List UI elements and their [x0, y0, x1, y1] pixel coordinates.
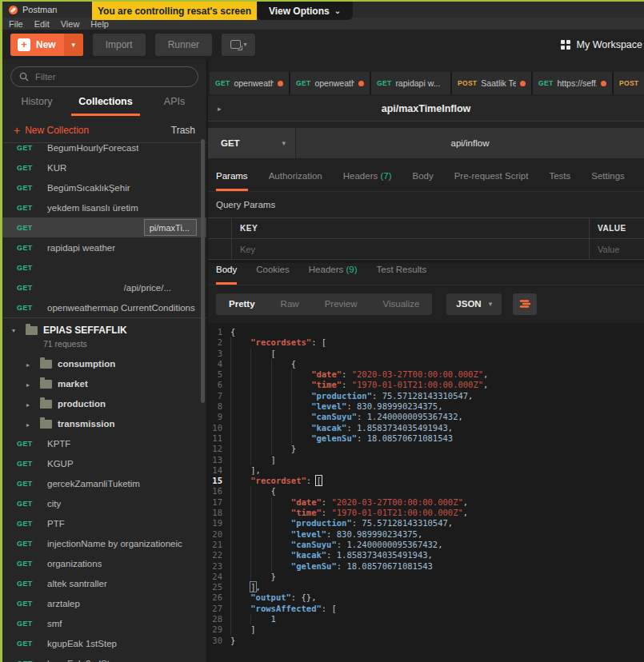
sidebar-scrollbar[interactable] — [201, 139, 205, 403]
code-token: : — [322, 508, 332, 517]
sidebar-request[interactable]: GETyekdem lisanslı üretim — [2, 197, 206, 217]
sidebar-request[interactable]: GET/api/price/... — [2, 277, 206, 297]
view-mode-visualize[interactable]: Visualize — [370, 299, 433, 309]
line-number: 2 — [208, 337, 230, 348]
request-tab[interactable]: GETrapidapi w... — [371, 72, 450, 94]
caret-right-icon[interactable]: ▸ — [26, 401, 34, 409]
sidebar-request[interactable]: GETrapidapi weather — [2, 237, 206, 257]
sidebar-request[interactable]: GETpi/maxTi... — [2, 217, 206, 237]
sidebar-folder[interactable]: ▸consumption — [2, 353, 206, 373]
sidebar-folder[interactable]: ▸production — [2, 393, 206, 413]
new-button[interactable]: + New ▾ — [10, 34, 83, 56]
new-window-button[interactable]: ▾ — [222, 34, 255, 56]
line-number: 20 — [208, 529, 230, 540]
value-cell[interactable]: Value — [590, 239, 644, 260]
menu-item-help[interactable]: Help — [90, 19, 109, 29]
tab-params[interactable]: Params — [216, 171, 248, 191]
response-tab-test-results[interactable]: Test Results — [377, 265, 427, 285]
filter-input[interactable] — [35, 72, 190, 82]
key-cell[interactable]: Key — [232, 239, 590, 260]
sidebar-request[interactable]: GETarztalep — [2, 593, 206, 613]
sidebar-request[interactable]: GETBegümSıcaklıkŞehir — [2, 177, 206, 197]
menu-item-view[interactable]: View — [61, 19, 80, 29]
beautify-button[interactable] — [513, 293, 537, 315]
request-tab[interactable]: GETopenweath... — [210, 72, 289, 94]
code-token: : [ — [322, 604, 337, 613]
row-checkbox-cell[interactable] — [208, 239, 232, 260]
sidebar-tab-collections[interactable]: Collections — [71, 96, 140, 116]
sidebar-request[interactable]: GETPTF — [2, 513, 206, 533]
sidebar-folder[interactable]: ▸transmission — [2, 413, 206, 433]
get-method-badge: GET — [17, 480, 47, 488]
sidebar-request[interactable]: GETopenweathermap CurrentConditions — [2, 297, 206, 317]
url-input[interactable]: api/inflow — [296, 128, 644, 158]
workspace-switcher[interactable]: My Workspace — [561, 39, 644, 50]
folder-icon — [40, 380, 52, 389]
view-options-button[interactable]: View Options ⌄ — [257, 2, 353, 20]
tab-tests[interactable]: Tests — [549, 171, 570, 191]
tab-headers[interactable]: Headers (7) — [343, 171, 392, 191]
code-token: ] — [250, 624, 255, 634]
new-collection-button[interactable]: + New Collection — [14, 124, 89, 137]
sidebar-request[interactable]: GETgercekZamanliTuketim — [2, 473, 206, 493]
code-token: "canSuyu" — [311, 412, 357, 421]
request-tab[interactable]: POSTSaatlik Tek... — [452, 72, 531, 94]
indent-guide — [291, 391, 311, 401]
tab-pre-request-script[interactable]: Pre-request Script — [454, 171, 529, 191]
sidebar-request[interactable]: GETsmf — [2, 613, 206, 633]
sidebar-request[interactable]: GETKUR — [2, 158, 206, 177]
indent-guide — [271, 540, 291, 550]
sidebar-request[interactable]: GETinjectionName by organizationeic — [2, 533, 206, 553]
code-token: , — [438, 540, 442, 549]
code-token: "2020-03-27T00:00:00.000Z" — [352, 369, 483, 379]
sidebar-request[interactable]: GETBegumHourlyForecast — [2, 138, 206, 158]
view-mode-raw[interactable]: Raw — [268, 299, 312, 309]
response-tab-cookies[interactable]: Cookies — [256, 265, 290, 285]
indent-guide — [271, 433, 291, 444]
sidebar-collection[interactable]: ▾EPIAS SEFFAFLIK71 requests — [2, 317, 206, 353]
tab-authorization[interactable]: Authorization — [269, 171, 322, 191]
code-token: , — [256, 582, 261, 592]
trash-button[interactable]: Trash — [171, 125, 195, 136]
view-mode-pretty[interactable]: Pretty — [216, 299, 268, 309]
caret-right-icon[interactable]: ▸ — [26, 421, 34, 429]
request-tab[interactable]: GETopenweath... — [290, 72, 370, 94]
app-title: Postman — [22, 5, 57, 14]
sidebar-request[interactable]: GETorganizations — [2, 553, 206, 573]
request-tab[interactable]: POST — [614, 72, 644, 94]
menu-item-file[interactable]: File — [9, 19, 23, 29]
caret-right-icon[interactable]: ▸ — [26, 381, 34, 389]
sidebar-request[interactable]: GETkgupEak 1stStep — [2, 633, 206, 653]
sidebar-request[interactable]: GETcity — [2, 493, 206, 513]
line-number: 19 — [208, 518, 230, 528]
tab-settings[interactable]: Settings — [591, 171, 625, 191]
response-tab-body[interactable]: Body — [216, 265, 237, 285]
sidebar-tab-history[interactable]: History — [2, 96, 71, 116]
sidebar-request[interactable]: GETkgupEak 2ndStep — [2, 653, 206, 662]
sidebar-tab-apis[interactable]: APIs — [140, 96, 207, 116]
new-dropdown-caret[interactable]: ▾ — [64, 34, 83, 56]
response-body-code[interactable]: 1{2"recordsets": [3[4{5"date": "2020-03-… — [208, 323, 644, 662]
language-select[interactable]: JSON ▾ — [446, 293, 502, 315]
caret-right-icon[interactable]: ▸ — [26, 361, 34, 369]
code-line: 9"canSuyu": 1.2400000095367432, — [208, 412, 644, 422]
workspace-grid-icon — [561, 40, 570, 50]
sidebar-request[interactable]: GETaltek santraller — [2, 573, 206, 593]
view-mode-preview[interactable]: Preview — [312, 299, 370, 309]
sidebar-request[interactable]: GETKGUP — [2, 453, 206, 473]
sidebar-folder[interactable]: ▸market — [2, 373, 206, 393]
caret-down-icon[interactable]: ▾ — [12, 327, 20, 334]
tab-body[interactable]: Body — [412, 171, 433, 191]
response-tab-headers[interactable]: Headers (9) — [309, 265, 358, 285]
filter-search-box[interactable] — [10, 66, 198, 87]
runner-button[interactable]: Runner — [155, 34, 212, 56]
line-content: "kacak": 1.8583734035491943, — [230, 550, 433, 560]
method-select[interactable]: GET ▾ — [208, 128, 296, 158]
code-token: : — [326, 550, 337, 560]
menu-item-edit[interactable]: Edit — [34, 19, 50, 29]
sidebar-request[interactable]: GET — [2, 257, 206, 277]
request-name-edit-overlay[interactable]: pi/maxTi... — [144, 219, 197, 236]
request-tab[interactable]: GEThttps://seff... — [533, 72, 612, 94]
import-button[interactable]: Import — [93, 34, 146, 56]
sidebar-request[interactable]: GETKPTF — [2, 433, 206, 453]
